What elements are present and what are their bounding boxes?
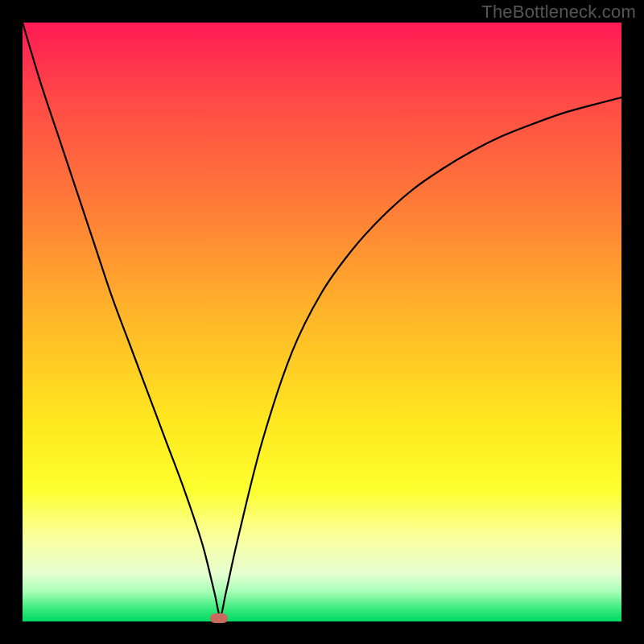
bottleneck-curve	[23, 23, 621, 621]
optimum-marker	[210, 613, 228, 623]
chart-frame: TheBottleneck.com	[0, 0, 644, 644]
watermark-text: TheBottleneck.com	[481, 2, 636, 23]
plot-area	[23, 23, 621, 621]
